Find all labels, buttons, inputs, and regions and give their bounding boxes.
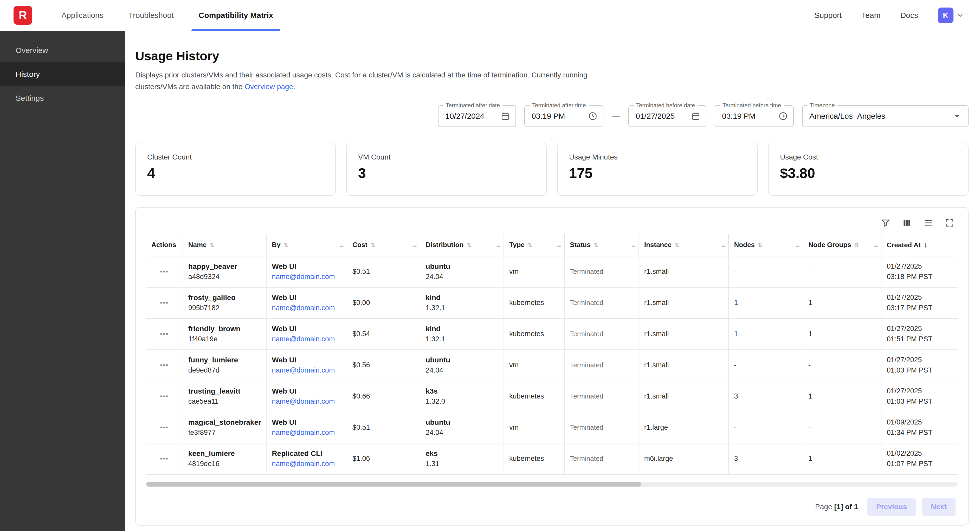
cluster-id: de9ed87d [188,366,261,374]
sort-icon[interactable]: ⇅ [675,242,679,248]
app-window: R Applications Troubleshoot Compatibilit… [0,0,980,531]
tab-applications[interactable]: Applications [49,0,116,31]
team-link[interactable]: Team [861,11,880,20]
terminated-after-date-input[interactable]: Terminated after date 10/27/2024 [438,105,516,127]
created-by-email[interactable]: name@domain.com [272,335,342,343]
terminated-before-date-input[interactable]: Terminated before date 01/27/2025 [628,105,706,127]
cost-value: $0.00 [352,299,370,306]
sidebar-item-history[interactable]: History [0,62,125,86]
row-actions-button[interactable]: ••• [160,268,169,275]
cost-value: $0.54 [352,330,370,338]
created-by-email[interactable]: name@domain.com [272,460,342,468]
columns-icon[interactable] [902,218,912,228]
sort-icon[interactable]: ⇅ [284,242,288,248]
previous-page-button[interactable]: Previous [867,498,916,516]
sort-icon[interactable]: ⇅ [854,242,859,248]
column-menu-icon[interactable]: ≡ [631,241,635,249]
column-header-by[interactable]: By⇅≡ [266,234,347,256]
stat-value: 3 [358,165,535,181]
table-body: •••happy_beavera48d9324Web UIname@domain… [146,256,958,474]
docs-link[interactable]: Docs [900,11,918,20]
column-label: Nodes [734,241,754,249]
created-by-email[interactable]: name@domain.com [272,304,342,312]
column-header-created-at[interactable]: Created At↓ [881,234,958,256]
column-header-type[interactable]: Type⇅≡ [504,234,565,256]
calendar-icon[interactable] [500,111,510,121]
created-by-email[interactable]: name@domain.com [272,366,342,374]
column-menu-icon[interactable]: ≡ [413,241,417,249]
column-menu-icon[interactable]: ≡ [721,241,725,249]
clock-icon[interactable] [588,111,598,121]
sort-icon[interactable]: ⇅ [528,242,532,248]
sort-icon[interactable]: ⇅ [466,242,471,248]
table-toolbar [136,216,968,234]
nodes-value: - [734,423,736,431]
timezone-select[interactable]: Timezone America/Los_Angeles [802,105,969,127]
next-page-button[interactable]: Next [922,498,956,516]
column-header-actions: Actions [146,234,183,256]
column-menu-icon[interactable]: ≡ [340,241,344,249]
created-at-time: 01:51 PM PST [887,334,953,344]
row-actions-button[interactable]: ••• [160,392,169,400]
column-header-distribution[interactable]: Distribution⇅≡ [420,234,504,256]
column-header-cost[interactable]: Cost⇅≡ [347,234,420,256]
chevron-down-icon[interactable] [956,11,964,19]
sidebar-item-overview[interactable]: Overview [0,38,125,62]
column-menu-icon[interactable]: ≡ [557,241,561,249]
tab-compatibility-matrix[interactable]: Compatibility Matrix [186,0,286,31]
column-label: Node Groups [808,241,851,249]
calendar-icon[interactable] [691,111,701,121]
row-actions-button[interactable]: ••• [160,330,169,338]
scrollbar-thumb[interactable] [146,482,641,487]
sort-icon[interactable]: ⇅ [371,242,375,248]
row-actions-button[interactable]: ••• [160,423,169,431]
column-menu-icon[interactable]: ≡ [795,241,800,249]
created-at-date: 01/27/2025 [887,324,953,334]
column-header-node-groups[interactable]: Node Groups⇅≡ [803,234,881,256]
created-by-email[interactable]: name@domain.com [272,273,342,281]
node-groups-value: 1 [808,299,812,306]
support-link[interactable]: Support [815,11,842,20]
cluster-id: cae5ea11 [188,398,261,406]
terminated-before-time-input[interactable]: Terminated before time 03:19 PM [715,105,794,127]
type-value: kubernetes [509,299,544,306]
sort-desc-icon[interactable]: ↓ [924,241,928,249]
distribution-name: eks [425,449,498,458]
overview-page-link[interactable]: Overview page [245,82,293,91]
cluster-name: magical_stonebraker [188,418,261,426]
created-by-email[interactable]: name@domain.com [272,398,342,406]
created-by-email[interactable]: name@domain.com [272,429,342,437]
avatar[interactable]: K [938,8,953,23]
sort-icon[interactable]: ⇅ [210,242,215,248]
dropdown-arrow-icon[interactable] [951,110,963,122]
clock-icon[interactable] [778,111,788,121]
column-menu-icon[interactable]: ≡ [874,241,878,249]
row-actions-button[interactable]: ••• [160,361,169,369]
column-header-status[interactable]: Status⇅≡ [565,234,638,256]
nodes-value: - [734,268,736,275]
row-actions-button[interactable]: ••• [160,299,169,306]
cluster-name: keen_lumiere [188,449,261,458]
sidebar-item-settings[interactable]: Settings [0,86,125,110]
terminated-after-time-input[interactable]: Terminated after time 03:19 PM [524,105,603,127]
replicated-logo[interactable]: R [14,6,32,25]
tab-troubleshoot[interactable]: Troubleshoot [116,0,186,31]
cost-value: $0.51 [352,268,370,275]
column-header-nodes[interactable]: Nodes⇅≡ [729,234,803,256]
column-header-instance[interactable]: Instance⇅≡ [639,234,729,256]
node-groups-value: 1 [808,392,812,400]
cluster-name: funny_lumiere [188,356,261,364]
density-icon[interactable] [923,218,933,228]
account-menu[interactable]: K [938,8,964,23]
column-header-name[interactable]: Name⇅ [183,234,267,256]
created-at-time: 01:03 PM PST [887,396,953,407]
sort-icon[interactable]: ⇅ [594,242,598,248]
horizontal-scrollbar[interactable] [146,482,958,487]
sort-icon[interactable]: ⇅ [758,242,762,248]
column-menu-icon[interactable]: ≡ [496,241,500,249]
type-value: vm [509,268,519,275]
filter-icon[interactable] [881,218,891,228]
row-actions-button[interactable]: ••• [160,455,169,463]
instance-value: r1.small [644,392,669,400]
fullscreen-icon[interactable] [945,218,955,228]
